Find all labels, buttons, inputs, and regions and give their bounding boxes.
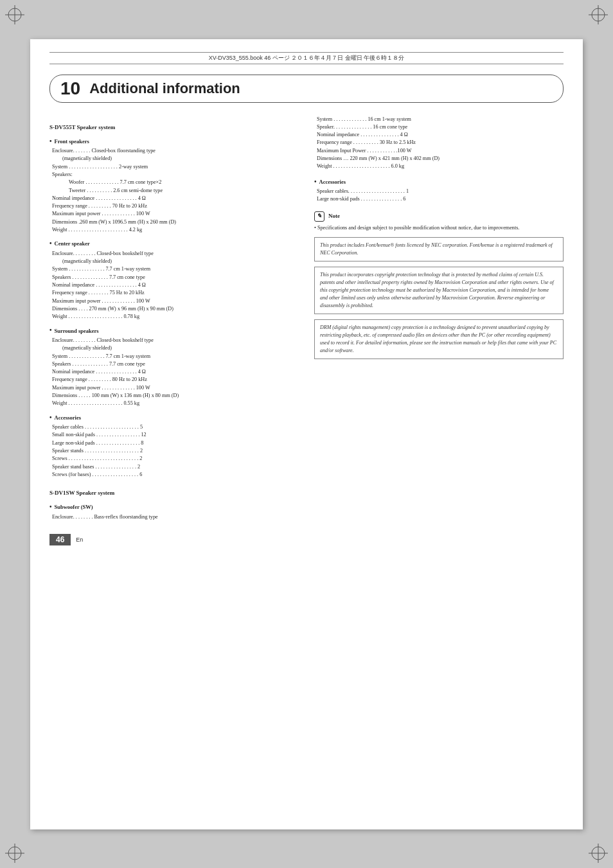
meta-text: XV-DV353_555.book 46 ページ ２０１６年４月７日 金曜日 午… xyxy=(209,55,405,61)
spec-line: Screws (for bases) . . . . . . . . . . .… xyxy=(49,471,299,479)
spec-line: (magnetically shielded) xyxy=(49,344,299,352)
spec-line: Nominal impedance . . . . . . . . . . . … xyxy=(49,368,299,376)
note-header: ✎ Note xyxy=(314,211,564,222)
spec-line: Frequency range . . . . . . . . . 70 Hz … xyxy=(49,202,299,210)
center-speaker-heading: • Center speaker xyxy=(49,239,299,249)
spec-line: Speaker. . . . . . . . . . . . . . . 16 … xyxy=(314,123,564,131)
spec-line: Weight . . . . . . . . . . . . . . . . .… xyxy=(49,400,299,407)
spec-line: System . . . . . . . . . . . . . . 7.7 c… xyxy=(49,265,299,273)
sdv555t-heading: S-DV555T Speaker system xyxy=(49,123,299,132)
spec-line: Tweeter . . . . . . . . . . 2.6 cm semi-… xyxy=(49,187,299,195)
meta-bar: XV-DV353_555.book 46 ページ ２０１６年４月７日 金曜日 午… xyxy=(49,52,564,64)
spec-line: System . . . . . . . . . . . . . . . . .… xyxy=(49,163,299,171)
note-icon: ✎ xyxy=(314,211,324,222)
spec-line: Dimensions . . . . . 100 mm (W) x 136 mm… xyxy=(49,392,299,400)
spec-line: Frequency range . . . . . . . . . . 30 H… xyxy=(314,139,564,146)
accessories-555t-heading: • Accessories xyxy=(49,413,299,423)
note-label: Note xyxy=(328,212,340,220)
spec-line: Weight . . . . . . . . . . . . . . . . .… xyxy=(49,226,299,234)
bullet-icon: • xyxy=(314,177,317,187)
front-speakers-heading: • Front speakers xyxy=(49,137,299,146)
bullet-icon: • xyxy=(49,502,52,512)
spec-line: Speakers . . . . . . . . . . . . . . 7.7… xyxy=(49,274,299,281)
spec-line: Speaker cables . . . . . . . . . . . . .… xyxy=(49,423,299,431)
accessories-555t-specs: Speaker cables . . . . . . . . . . . . .… xyxy=(49,423,299,479)
page-lang: En xyxy=(76,536,83,543)
info-box-1-text: This product includes FontAvenue® fonts … xyxy=(320,242,553,256)
page-number-bar: 46 En xyxy=(49,534,564,545)
right-column: System . . . . . . . . . . . . . 16 cm 1… xyxy=(314,116,564,522)
info-box-1: This product includes FontAvenue® fonts … xyxy=(314,237,564,261)
surround-speakers-specs: Enclosure. . . . . . . . . Closed-box bo… xyxy=(49,337,299,408)
spec-line: Dimensions … 220 mm (W) x 421 mm (H) x 4… xyxy=(314,155,564,163)
spec-line: Speaker stands . . . . . . . . . . . . .… xyxy=(49,447,299,455)
spec-line: Maximum input power . . . . . . . . . . … xyxy=(49,297,299,305)
spec-line: Weight . . . . . . . . . . . . . . . . .… xyxy=(314,163,564,170)
left-column: S-DV555T Speaker system • Front speakers… xyxy=(49,116,299,522)
spec-line: Small non-skid pads . . . . . . . . . . … xyxy=(49,431,299,439)
spec-line: Speaker cables. . . . . . . . . . . . . … xyxy=(314,188,564,195)
info-box-2: This product incorporates copyright prot… xyxy=(314,267,564,314)
spec-line: Frequency range . . . . . . . . . 80 Hz … xyxy=(49,376,299,384)
corner-mark-tr xyxy=(589,5,608,24)
spec-line: (magnetically shielded) xyxy=(49,155,299,163)
accessories-sw-heading: • Accessories xyxy=(314,177,564,187)
spec-line: Large non-skid pads . . . . . . . . . . … xyxy=(49,439,299,447)
center-speaker-specs: Enclosure. . . . . . . . . Closed-box bo… xyxy=(49,250,299,321)
spec-line: Enclosure. . . . . . . . . Closed-box bo… xyxy=(49,250,299,258)
spec-line: Maximum input power . . . . . . . . . . … xyxy=(49,210,299,218)
note-text: • Specifications and design subject to p… xyxy=(314,224,564,232)
corner-mark-br xyxy=(589,844,608,863)
corner-mark-tl xyxy=(5,5,24,24)
spec-line: Speakers: xyxy=(49,171,299,179)
spec-line: Maximum Input Power . . . . . . . . . . … xyxy=(314,147,564,155)
sdv1sw-heading: S-DV1SW Speaker system xyxy=(49,489,299,497)
spec-line: Nominal impedance . . . . . . . . . . . … xyxy=(49,281,299,289)
page: XV-DV353_555.book 46 ページ ２０１６年４月７日 金曜日 午… xyxy=(30,39,583,829)
spec-line: Weight . . . . . . . . . . . . . . . . .… xyxy=(49,313,299,321)
spec-line: Maximum input power . . . . . . . . . . … xyxy=(49,384,299,392)
bullet-icon: • xyxy=(49,413,52,423)
front-speakers-specs: Enclosure. . . . . . . Closed-box floors… xyxy=(49,147,299,234)
spec-line: Screws . . . . . . . . . . . . . . . . .… xyxy=(49,455,299,463)
accessories-sw-specs: Speaker cables. . . . . . . . . . . . . … xyxy=(314,188,564,204)
spec-line: Nominal impedance . . . . . . . . . . . … xyxy=(49,195,299,202)
spec-line: (magnetically shielded) xyxy=(49,258,299,265)
spec-line: Speakers . . . . . . . . . . . . . . 7.7… xyxy=(49,360,299,368)
chapter-header: 10 Additional information xyxy=(49,75,564,103)
info-box-3-text: DRM (digital rights management) copy pro… xyxy=(320,324,556,353)
spec-line: Dimensions .260 mm (W) x 1096.5 mm (H) x… xyxy=(49,218,299,226)
content-columns: S-DV555T Speaker system • Front speakers… xyxy=(49,116,564,522)
chapter-number: 10 xyxy=(60,78,80,99)
note-content: Specifications and design subject to pos… xyxy=(317,225,519,231)
subwoofer-cont-specs: System . . . . . . . . . . . . . 16 cm 1… xyxy=(314,116,564,171)
spec-line: Enclosure. . . . . . . Closed-box floors… xyxy=(49,147,299,155)
surround-speakers-heading: • Surround speakers xyxy=(49,326,299,335)
spec-line: Speaker stand bases . . . . . . . . . . … xyxy=(49,463,299,471)
info-box-2-text: This product incorporates copyright prot… xyxy=(320,272,554,308)
chapter-title: Additional information xyxy=(89,80,240,97)
info-box-3: DRM (digital rights management) copy pro… xyxy=(314,319,564,359)
corner-mark-bl xyxy=(5,844,24,863)
subwoofer-heading: • Subwoofer (SW) xyxy=(49,502,299,512)
bullet-icon: • xyxy=(49,137,52,146)
spec-line: Nominal impedance . . . . . . . . . . . … xyxy=(314,131,564,139)
spec-line: Enclosure. . . . . . . . . Closed-box bo… xyxy=(49,337,299,344)
spec-line: System . . . . . . . . . . . . . . 7.7 c… xyxy=(49,353,299,360)
spec-line: Woofer . . . . . . . . . . . . . 7.7 cm … xyxy=(49,179,299,186)
spec-line: Dimensions . . . . 270 mm (W) x 96 mm (H… xyxy=(49,305,299,313)
bullet-icon: • xyxy=(49,239,52,249)
page-number: 46 xyxy=(49,534,71,545)
page-wrapper: XV-DV353_555.book 46 ページ ２０１６年４月７日 金曜日 午… xyxy=(0,0,613,868)
subwoofer-specs: Enclosure. . . . . . . . Bass-reflex flo… xyxy=(49,513,299,521)
spec-line: Enclosure. . . . . . . . Bass-reflex flo… xyxy=(49,513,299,521)
spec-line: Large non-skid pads . . . . . . . . . . … xyxy=(314,195,564,203)
spec-line: System . . . . . . . . . . . . . 16 cm 1… xyxy=(314,116,564,123)
note-section: ✎ Note • Specifications and design subje… xyxy=(314,211,564,232)
bullet-icon: • xyxy=(49,326,52,335)
spec-line: Frequency range . . . . . . . . 75 Hz to… xyxy=(49,289,299,297)
